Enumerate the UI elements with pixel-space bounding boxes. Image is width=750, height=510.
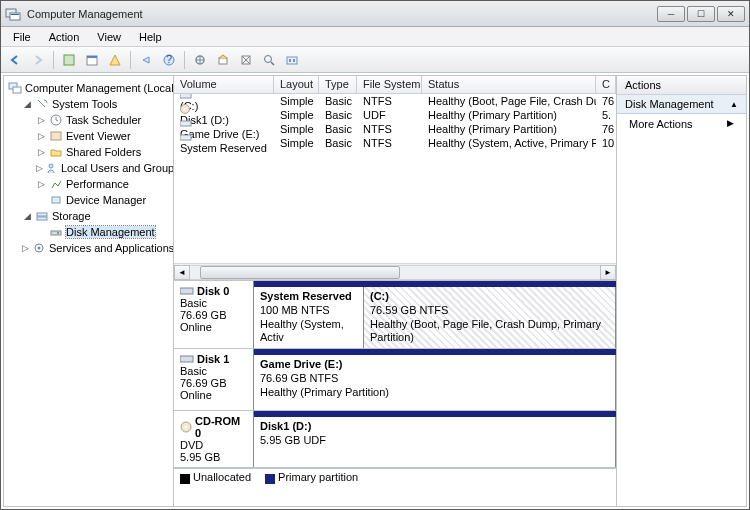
partition-box[interactable]: (C:) 76.59 GB NTFS Healthy (Boot, Page F… [364, 287, 616, 348]
disc-icon [180, 421, 192, 433]
scroll-left-button[interactable]: ◄ [174, 265, 190, 280]
help-icon[interactable]: ? [159, 50, 179, 70]
toolbar-icon[interactable] [282, 50, 302, 70]
disk-header[interactable]: CD-ROM 0 DVD 5.95 GB [174, 411, 254, 467]
scroll-track[interactable] [190, 265, 600, 280]
toolbar-icon[interactable] [190, 50, 210, 70]
collapse-icon[interactable]: ◢ [22, 99, 32, 109]
chevron-right-icon: ▶ [727, 118, 734, 130]
actions-header: Actions [617, 76, 746, 95]
toolbar-icon[interactable] [259, 50, 279, 70]
users-icon [46, 161, 58, 175]
minimize-button[interactable]: ─ [657, 6, 685, 22]
volume-row[interactable]: System Reserved Simple Basic NTFS Health… [174, 136, 616, 150]
tree-device-manager[interactable]: Device Manager [8, 192, 173, 208]
drive-icon [180, 132, 268, 142]
actions-section[interactable]: Disk Management ▲ [617, 95, 746, 114]
expand-icon[interactable]: ▷ [36, 115, 46, 125]
app-icon [5, 6, 21, 22]
scroll-right-button[interactable]: ► [600, 265, 616, 280]
svg-rect-9 [219, 58, 227, 64]
toolbar-icon[interactable] [105, 50, 125, 70]
svg-rect-3 [64, 55, 74, 65]
tree-disk-management[interactable]: Disk Management [8, 224, 173, 240]
menu-action[interactable]: Action [41, 29, 88, 45]
legend: Unallocated Primary partition [174, 468, 616, 486]
toolbar-icon[interactable] [136, 50, 156, 70]
disk-graph-pane[interactable]: Disk 0 Basic 76.69 GB Online System Rese… [174, 281, 616, 506]
toolbar-icon[interactable] [82, 50, 102, 70]
svg-rect-18 [51, 132, 61, 140]
menu-file[interactable]: File [5, 29, 39, 45]
tools-icon [35, 97, 49, 111]
expand-icon[interactable]: ▷ [22, 243, 29, 253]
tree-services[interactable]: ▷Services and Applications [8, 240, 173, 256]
disk-row[interactable]: Disk 0 Basic 76.69 GB Online System Rese… [174, 281, 616, 349]
menu-view[interactable]: View [89, 29, 129, 45]
list-header[interactable]: Volume Layout Type File System Status C [174, 76, 616, 94]
horizontal-scrollbar[interactable]: ◄ ► [174, 263, 616, 280]
toolbar-icon[interactable] [236, 50, 256, 70]
partition-box[interactable]: Disk1 (D:) 5.95 GB UDF [254, 417, 616, 467]
services-icon [32, 241, 46, 255]
svg-point-26 [38, 247, 41, 250]
perf-icon [49, 177, 63, 191]
tree-storage[interactable]: ◢Storage [8, 208, 173, 224]
maximize-button[interactable]: ☐ [687, 6, 715, 22]
collapse-icon[interactable]: ◢ [22, 211, 32, 221]
disk-row[interactable]: CD-ROM 0 DVD 5.95 GB Disk1 (D:) 5.95 GB … [174, 411, 616, 468]
col-volume[interactable]: Volume [174, 76, 274, 93]
svg-rect-16 [13, 87, 21, 93]
toolbar-icon[interactable] [59, 50, 79, 70]
col-capacity[interactable]: C [596, 76, 616, 93]
disc-icon [180, 104, 268, 114]
toolbar: ? [1, 47, 749, 73]
actions-pane: Actions Disk Management ▲ More Actions ▶ [616, 76, 746, 506]
tree-shared-folders[interactable]: ▷Shared Folders [8, 144, 173, 160]
expand-icon[interactable]: ▷ [36, 131, 46, 141]
legend-swatch-primary [265, 474, 275, 484]
tree-task-scheduler[interactable]: ▷Task Scheduler [8, 112, 173, 128]
col-layout[interactable]: Layout [274, 76, 319, 93]
scroll-thumb[interactable] [200, 266, 400, 279]
nav-back-button[interactable] [5, 50, 25, 70]
svg-rect-14 [293, 59, 295, 62]
col-status[interactable]: Status [422, 76, 596, 93]
drive-icon [180, 118, 268, 128]
tree-performance[interactable]: ▷Performance [8, 176, 173, 192]
toolbar-icon[interactable] [213, 50, 233, 70]
partition-box[interactable]: System Reserved 100 MB NTFS Healthy (Sys… [254, 287, 364, 348]
device-icon [49, 193, 63, 207]
disk-header[interactable]: Disk 1 Basic 76.69 GB Online [174, 349, 254, 410]
svg-rect-27 [180, 94, 191, 98]
tree-local-users[interactable]: ▷Local Users and Groups [8, 160, 173, 176]
svg-point-24 [57, 232, 59, 234]
expand-icon[interactable]: ▷ [36, 147, 46, 157]
navigation-tree[interactable]: Computer Management (Local ◢System Tools… [4, 76, 174, 506]
expand-icon[interactable]: ▷ [36, 163, 43, 173]
tree-system-tools[interactable]: ◢System Tools [8, 96, 173, 112]
close-button[interactable]: ✕ [717, 6, 745, 22]
actions-more[interactable]: More Actions ▶ [617, 114, 746, 134]
drive-icon [180, 354, 194, 364]
col-filesystem[interactable]: File System [357, 76, 422, 93]
svg-rect-2 [11, 14, 19, 15]
partition-box[interactable]: Game Drive (E:) 76.69 GB NTFS Healthy (P… [254, 355, 616, 410]
tree-event-viewer[interactable]: ▷Event Viewer [8, 128, 173, 144]
svg-rect-5 [87, 56, 97, 58]
tree-root[interactable]: Computer Management (Local [8, 80, 173, 96]
svg-point-11 [265, 55, 272, 62]
expand-icon[interactable]: ▷ [36, 179, 46, 189]
nav-forward-button[interactable] [28, 50, 48, 70]
app-window: Computer Management ─ ☐ ✕ File Action Vi… [0, 0, 750, 510]
col-type[interactable]: Type [319, 76, 357, 93]
event-icon [49, 129, 63, 143]
volume-list[interactable]: Volume Layout Type File System Status C … [174, 76, 616, 281]
disk-row[interactable]: Disk 1 Basic 76.69 GB Online Game Drive … [174, 349, 616, 411]
titlebar[interactable]: Computer Management ─ ☐ ✕ [1, 1, 749, 27]
svg-rect-30 [180, 121, 191, 126]
disk-header[interactable]: Disk 0 Basic 76.69 GB Online [174, 281, 254, 348]
drive-icon [180, 286, 194, 296]
window-title: Computer Management [27, 8, 657, 20]
menu-help[interactable]: Help [131, 29, 170, 45]
